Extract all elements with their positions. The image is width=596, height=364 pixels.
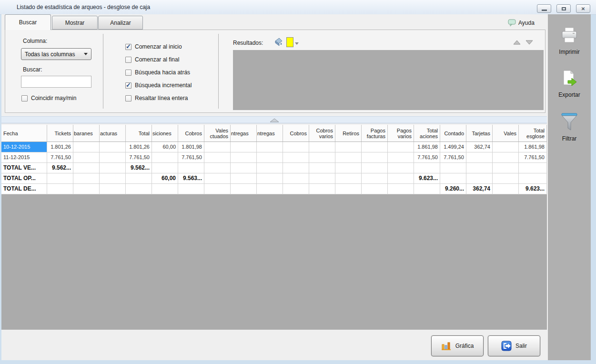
table-cell[interactable]	[466, 173, 493, 183]
table-cell[interactable]	[126, 184, 152, 194]
table-cell[interactable]: 7.761,50	[178, 152, 204, 162]
table-cell[interactable]	[47, 173, 73, 183]
table-cell[interactable]	[388, 163, 414, 173]
table-cell[interactable]: 9.562...	[126, 163, 152, 173]
table-cell[interactable]	[231, 163, 257, 173]
table-cell[interactable]	[73, 173, 100, 183]
table-cell[interactable]	[73, 152, 100, 162]
column-header[interactable]: baranes	[73, 125, 100, 142]
table-cell[interactable]	[100, 152, 126, 162]
table-cell[interactable]	[257, 152, 283, 162]
table-cell[interactable]: 7.761,50	[440, 152, 466, 162]
table-cell[interactable]: 60,00	[152, 142, 178, 152]
table-cell[interactable]: 362,74	[466, 184, 493, 194]
table-cell[interactable]	[231, 142, 257, 152]
table-cell[interactable]	[283, 152, 309, 162]
checkbox-busqueda-hacia-atras[interactable]: Búsqueda hacia atrás	[125, 69, 192, 76]
table-cell[interactable]	[362, 184, 388, 194]
column-header[interactable]: Total esglose	[519, 125, 547, 142]
table-cell[interactable]	[126, 173, 152, 183]
table-cell[interactable]	[309, 142, 335, 152]
table-cell[interactable]	[466, 163, 493, 173]
swatch-dropdown-icon[interactable]	[295, 42, 299, 45]
table-cell[interactable]	[152, 184, 178, 194]
table-cell[interactable]	[257, 184, 283, 194]
table-cell[interactable]: 1.499,24	[440, 142, 466, 152]
table-cell[interactable]	[388, 152, 414, 162]
table-cell[interactable]	[231, 152, 257, 162]
table-cell[interactable]	[493, 184, 519, 194]
column-header[interactable]: Contado	[440, 125, 466, 142]
checkbox-box[interactable]	[125, 95, 131, 101]
table-cell[interactable]: 9.563...	[178, 173, 204, 183]
sidebar-item-exportar[interactable]: Exportar	[548, 70, 591, 98]
column-header[interactable]: Total aciones	[414, 125, 440, 142]
checkbox-box[interactable]	[21, 95, 28, 101]
checkbox-comenzar-al-final[interactable]: Comenzar al final	[125, 56, 192, 63]
results-list[interactable]	[233, 50, 544, 110]
grafica-button[interactable]: Gráfica	[431, 335, 484, 356]
table-cell[interactable]: 60,00	[152, 173, 178, 183]
table-row[interactable]: TOTAL DE...9.260...362,749.623...	[1, 184, 547, 194]
close-button[interactable]: ✕	[576, 4, 590, 13]
table-cell[interactable]: TOTAL OP...	[1, 173, 47, 183]
column-header[interactable]: Tarjetas	[466, 125, 493, 142]
column-header[interactable]: Retiros	[335, 125, 362, 142]
tab-analizar[interactable]: Analizar	[98, 16, 143, 30]
table-cell[interactable]	[493, 142, 519, 152]
table-cell[interactable]	[335, 173, 362, 183]
table-cell[interactable]	[204, 142, 231, 152]
checkbox-resaltar-linea-entera[interactable]: Resaltar línea entera	[125, 95, 192, 101]
column-header[interactable]: Total	[126, 125, 152, 142]
minimize-button[interactable]	[537, 4, 551, 13]
table-cell[interactable]	[493, 152, 519, 162]
table-cell[interactable]	[414, 163, 440, 173]
table-cell[interactable]	[257, 142, 283, 152]
checkbox-box[interactable]	[125, 57, 131, 63]
table-cell[interactable]: 362,74	[466, 142, 493, 152]
column-header[interactable]: Tickets	[47, 125, 73, 142]
table-cell[interactable]	[519, 173, 547, 183]
table-cell[interactable]	[493, 173, 519, 183]
table-cell[interactable]	[440, 173, 466, 183]
table-cell[interactable]	[100, 142, 126, 152]
column-header[interactable]: siciones	[152, 125, 178, 142]
checkbox-box[interactable]	[125, 82, 131, 89]
column-header[interactable]: ntregas	[257, 125, 283, 142]
table-cell[interactable]	[388, 142, 414, 152]
table-cell[interactable]: 7.761,50	[47, 152, 73, 162]
table-cell[interactable]: 1.801,26	[126, 142, 152, 152]
table-cell[interactable]	[283, 184, 309, 194]
table-cell[interactable]	[309, 173, 335, 183]
restore-button[interactable]	[556, 4, 571, 13]
table-cell[interactable]: 9.562...	[47, 163, 73, 173]
checkbox-box[interactable]	[125, 44, 131, 50]
salir-button[interactable]: Salir	[488, 335, 540, 356]
column-header[interactable]: ntregas	[231, 125, 257, 142]
table-cell[interactable]	[152, 152, 178, 162]
tab-mostrar[interactable]: Mostrar	[52, 16, 98, 30]
table-cell[interactable]	[100, 184, 126, 194]
column-header[interactable]: Pagos facturas	[362, 125, 388, 142]
checkbox-comenzar-al-inicio[interactable]: Comenzar al inicio	[125, 43, 192, 50]
table-cell[interactable]	[335, 184, 362, 194]
table-cell[interactable]	[257, 173, 283, 183]
highlight-color-swatch[interactable]	[286, 37, 293, 47]
column-header[interactable]: Cobros	[283, 125, 309, 142]
table-cell[interactable]	[466, 152, 493, 162]
table-cell[interactable]	[335, 142, 362, 152]
table-cell[interactable]: 1.861,98	[414, 142, 440, 152]
splitter-bar[interactable]	[1, 116, 547, 123]
column-header[interactable]: Fecha	[1, 125, 47, 142]
tab-buscar[interactable]: Buscar	[5, 14, 51, 30]
table-cell[interactable]: 11-12-2015	[1, 152, 47, 162]
checkbox-box[interactable]	[125, 70, 131, 76]
help-link[interactable]: Ayuda	[508, 19, 535, 26]
table-cell[interactable]: 9.623...	[414, 173, 440, 183]
table-cell[interactable]	[257, 163, 283, 173]
prev-result-button[interactable]	[513, 40, 521, 45]
table-row[interactable]: TOTAL OP...60,009.563...9.623...	[1, 173, 547, 184]
table-cell[interactable]: 10-12-2015	[1, 142, 47, 152]
table-cell[interactable]: TOTAL VE...	[1, 163, 47, 173]
sidebar-item-filtrar[interactable]: Filtrar	[548, 112, 591, 142]
